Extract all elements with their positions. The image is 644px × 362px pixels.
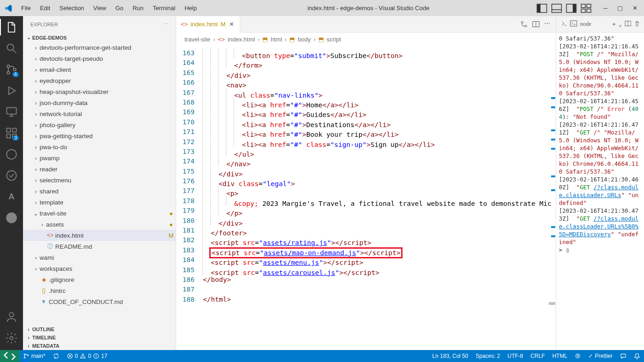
search-icon[interactable] <box>5 42 18 55</box>
minimize-button[interactable]: ─ <box>600 3 611 14</box>
menu-file[interactable]: File <box>17 3 34 13</box>
code-line-166[interactable]: <nav> <box>203 78 556 88</box>
code-line-185[interactable]: <script src="assets/carousel.js"></scrip… <box>203 265 556 275</box>
tree-item-selectmenu[interactable]: ›selectmenu <box>23 175 176 186</box>
tree-item-template[interactable]: ›template <box>23 197 176 208</box>
source-control-icon[interactable]: 6 <box>5 63 18 76</box>
metadata-section[interactable]: ›METADATA <box>23 342 176 350</box>
code-line-175[interactable]: </div> <box>203 167 556 176</box>
github-icon[interactable] <box>5 211 18 224</box>
code-line-168[interactable]: <li><a href="#">Home</a></li> <box>203 98 556 107</box>
code-line-163[interactable]: <button type="submit">Subscribe</button> <box>203 48 556 58</box>
tree-item-email-client[interactable]: ›email-client <box>23 64 176 75</box>
code-line-181[interactable]: </footer> <box>203 226 556 235</box>
tree-item-photo-gallery[interactable]: ›photo-gallery <box>23 119 176 130</box>
edge-icon[interactable] <box>5 148 18 161</box>
code-line-170[interactable]: <li><a href="#">Destinations</a></li> <box>203 117 556 127</box>
code-content[interactable]: <button type="submit">Subscribe</button>… <box>203 47 556 350</box>
more-actions-icon[interactable]: ⋯ <box>544 20 550 29</box>
split-editor-icon[interactable] <box>532 20 540 29</box>
code-line-179[interactable]: </p> <box>203 206 556 216</box>
problems[interactable]: 0 0 17 <box>63 353 111 359</box>
tree-item-pwa-to-do[interactable]: ›pwa-to-do <box>23 141 176 152</box>
code-line-165[interactable]: </div> <box>203 68 556 78</box>
azure-icon[interactable]: A <box>5 190 18 203</box>
code-line-171[interactable]: <li><a href="#">Book your trip</a></li> <box>203 127 556 137</box>
tree-item-pwa-getting-started[interactable]: ›pwa-getting-started <box>23 130 176 141</box>
code-line-176[interactable]: <div class="legal"> <box>203 176 556 186</box>
sidebar-more-icon[interactable]: ⋯ <box>163 21 168 27</box>
tree-item-reader[interactable]: ›reader <box>23 163 176 175</box>
code-line-186[interactable]: </body> <box>203 275 556 285</box>
terminal-name[interactable]: node <box>580 21 591 28</box>
maximize-button[interactable]: ▢ <box>615 3 626 14</box>
layout-bottom-icon[interactable] <box>551 3 562 14</box>
feedback-icon[interactable] <box>616 353 630 359</box>
tree-item-code-of-conduct-md[interactable]: ▼CODE_OF_CONDUCT.md <box>23 296 176 307</box>
menu-selection[interactable]: Selection <box>56 3 87 13</box>
git-branch[interactable]: main* <box>19 353 49 359</box>
code-line-177[interactable]: <p> <box>203 186 556 196</box>
breadcrumb[interactable]: travel-site› <>index.html› ⬒html› ⬒body›… <box>176 33 556 47</box>
tree-item-devtools-performance-get-started[interactable]: ›devtools-performance-get-started <box>23 42 176 53</box>
run-debug-icon[interactable] <box>5 84 18 97</box>
tree-item-assets[interactable]: ›assets● <box>23 219 176 230</box>
tree-item-wami[interactable]: ›wami <box>23 252 176 263</box>
timeline-section[interactable]: ›TIMELINE <box>23 333 176 342</box>
project-section[interactable]: ⌄ EDGE-DEMOS <box>23 33 176 42</box>
menu-edit[interactable]: Edit <box>36 3 54 13</box>
remote-indicator[interactable] <box>0 350 19 362</box>
tree-item-json-dummy-data[interactable]: ›json-dummy-data <box>23 97 176 108</box>
tree-item-travel-site[interactable]: ⌄travel-site● <box>23 208 176 219</box>
code-line-164[interactable]: </form> <box>203 58 556 68</box>
tree-item-network-tutorial[interactable]: ›network-tutorial <box>23 108 176 119</box>
menu-run[interactable]: Run <box>129 3 147 13</box>
code-line-183[interactable]: <script src="assets/map-on-demand.js"></… <box>203 245 556 255</box>
menu-view[interactable]: View <box>90 3 110 13</box>
tree-item-workspaces[interactable]: ›workspaces <box>23 263 176 274</box>
tree-item--hintrc[interactable]: {}.hintrc <box>23 285 176 296</box>
eol[interactable]: CRLF <box>527 353 548 359</box>
menu-go[interactable]: Go <box>112 3 127 13</box>
live-preview-icon[interactable] <box>571 353 585 359</box>
indentation[interactable]: Spaces: 2 <box>472 353 504 359</box>
settings-icon[interactable] <box>5 332 18 344</box>
tab-close-icon[interactable]: ✕ <box>228 21 235 28</box>
layout-right-icon[interactable] <box>566 3 577 14</box>
tree-item-heap-snapshot-visualizer[interactable]: ›heap-snapshot-visualizer <box>23 86 176 97</box>
language-mode[interactable]: HTML <box>549 353 571 359</box>
code-line-169[interactable]: <li><a href="#">Guides</a></li> <box>203 107 556 117</box>
close-button[interactable]: ✕ <box>629 3 640 14</box>
notifications-icon[interactable] <box>630 353 644 359</box>
code-line-188[interactable]: </html> <box>203 295 556 304</box>
code-line-167[interactable]: <ul class="nav-links"> <box>203 88 556 98</box>
code-line-180[interactable]: </div> <box>203 216 556 226</box>
new-terminal-icon[interactable]: + <box>612 21 616 28</box>
overview-ruler[interactable] <box>549 47 556 350</box>
tree-item--gitignore[interactable]: ◆.gitignore <box>23 274 176 285</box>
encoding[interactable]: UTF-8 <box>504 353 527 359</box>
testing-icon[interactable] <box>5 169 18 182</box>
explorer-icon[interactable] <box>5 21 18 34</box>
terminal-output[interactable]: 0 Safari/537.36" [2023-02-16T14:21:16.45… <box>556 33 644 350</box>
tree-item-index-html[interactable]: <>index.htmlM <box>23 230 176 241</box>
code-line-174[interactable]: </nav> <box>203 157 556 166</box>
code-line-173[interactable]: </ul> <box>203 147 556 157</box>
layout-left-icon[interactable] <box>536 3 547 14</box>
remote-explorer-icon[interactable] <box>5 105 18 118</box>
tree-item-shared[interactable]: ›shared <box>23 186 176 197</box>
kill-terminal-icon[interactable] <box>634 20 640 28</box>
sync-button[interactable] <box>49 353 63 359</box>
split-terminal-icon[interactable] <box>625 20 631 28</box>
code-line-182[interactable]: <script src="assets/rating.js"></script> <box>203 235 556 245</box>
tree-item-eyedropper[interactable]: ›eyedropper <box>23 75 176 86</box>
terminal-dropdown-icon[interactable]: ⌄ <box>618 21 622 28</box>
debug-console-icon[interactable] <box>560 20 567 29</box>
tree-item-pwamp[interactable]: ›pwamp <box>23 152 176 163</box>
code-editor[interactable]: 1631641651661671681691701711721731741751… <box>176 47 556 350</box>
code-line-172[interactable]: <li><a href="#" class="sign-up">Sign up<… <box>203 137 556 147</box>
outline-section[interactable]: ›OUTLINE <box>23 325 176 333</box>
prettier-status[interactable]: ✓ Prettier <box>585 353 616 359</box>
terminal-icon[interactable] <box>570 20 577 29</box>
compare-changes-icon[interactable] <box>520 20 528 29</box>
